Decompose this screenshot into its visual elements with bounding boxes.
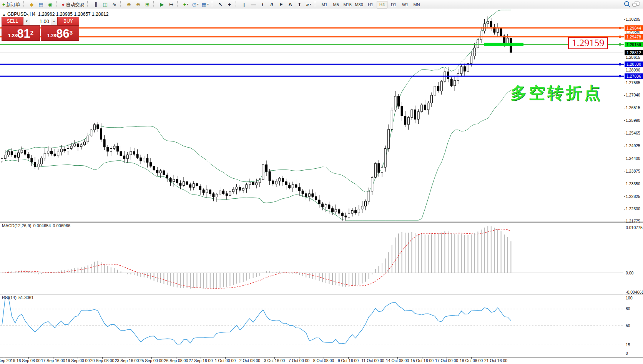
turning-point-annotation[interactable]: 多空转折点 [510, 82, 603, 104]
rsi-axis-tick: 50 [626, 323, 630, 328]
time-tick-mark [102, 357, 103, 359]
macd-axis-tick: 0.00 [626, 271, 633, 275]
bull-candles [1, 22, 509, 217]
line-anchor [619, 36, 621, 38]
thick-trend-segment [484, 43, 523, 46]
price-axis-tick: 1.23350 [626, 181, 640, 186]
price-axis-badge: 1.29844 [625, 25, 643, 31]
time-tick-mark [176, 357, 176, 359]
time-tick-mark [348, 357, 349, 359]
price-axis-tick: 1.26515 [626, 105, 640, 110]
time-tick-mark [447, 357, 447, 359]
time-axis-label: 17 Oct 00:00 [435, 358, 458, 363]
time-axis-label: 3 Oct 16:00 [264, 358, 285, 363]
tick-mark [624, 133, 625, 133]
price-axis-tick: 1.27565 [626, 80, 640, 85]
price-axis-tick: 1.28090 [626, 68, 640, 72]
price-axis-badge: 1.29478 [625, 34, 643, 40]
buy-price-big: 86 [56, 27, 69, 40]
buy-button[interactable]: BUY [57, 17, 79, 25]
mt4-window: +新订单◆▤◉●自动交易∥◫∿⊕⊖⊞▶↦+▾◷▾▦▾↖+|—///FAT»▾ M… [0, 0, 643, 364]
tick-mark [624, 58, 625, 58]
macd-axis-tick: -0.004668 [626, 290, 643, 294]
tick-mark [624, 196, 625, 197]
macd-panel-separator[interactable] [0, 221, 643, 223]
price-axis-tick: 1.28615 [626, 55, 640, 60]
price-axis-tick: 1.24925 [626, 143, 640, 148]
price-axis-tick: 1.22825 [626, 194, 640, 199]
time-axis-label: 9 Oct 16:00 [338, 358, 359, 363]
sell-price-small: 1.28 [8, 33, 17, 38]
sell-price-box[interactable]: 1.28812 [2, 25, 40, 41]
time-axis-label: 2 Oct 08:00 [239, 358, 260, 363]
macd-histogram [2, 226, 511, 289]
bear-candles [11, 22, 512, 217]
time-tick-mark [28, 357, 29, 359]
tick-mark [624, 19, 625, 20]
tick-mark [624, 70, 625, 70]
price-axis-tick: 1.24400 [626, 156, 640, 161]
price-axis-tick: 1.23875 [626, 169, 640, 173]
buy-price-small: 1.28 [47, 33, 56, 38]
time-tick-mark [201, 357, 201, 359]
time-axis-label: 1 Oct 00:00 [215, 358, 236, 363]
time-tick-mark [324, 357, 324, 359]
time-tick-mark [127, 357, 127, 359]
collapse-icon[interactable]: ▲ [2, 13, 6, 17]
line-anchor [619, 63, 621, 65]
one-click-trading-panel: SELL ▼ ▲ BUY 1.28812 1.28863 [2, 17, 79, 41]
volume-increase-button[interactable]: ▲ [51, 17, 57, 25]
time-axis-label: 13 Sep 2019 [0, 358, 15, 363]
volume-input[interactable] [30, 17, 51, 25]
line-anchor [619, 75, 621, 77]
tick-mark [624, 95, 625, 96]
time-axis-label: 8 Oct 08:00 [313, 358, 334, 363]
time-axis-label: 17 Sep 16:00 [41, 358, 65, 363]
sell-button[interactable]: SELL [2, 17, 23, 25]
time-axis-label: 25 Sep 00:00 [140, 358, 163, 363]
time-tick-mark [250, 357, 250, 359]
rsi-axis-tick: 100 [626, 296, 633, 300]
macd-axis-tick: 0.010775 [626, 225, 643, 230]
time-axis-label: 16 Sep 08:00 [17, 358, 40, 363]
price-tag-label[interactable]: 1.29159 [568, 37, 608, 49]
ohlc-values: 1.28962 1.28985 1.28657 1.28812 [38, 12, 109, 17]
rsi-axis-tick: 0 [626, 351, 628, 356]
line-anchor [619, 43, 621, 46]
price-axis-tick: 1.25465 [626, 131, 640, 135]
price-axis-tick: 1.27040 [626, 93, 640, 97]
volume-decrease-button[interactable]: ▼ [23, 17, 30, 25]
sell-price-big: 81 [17, 27, 30, 40]
tick-mark [624, 209, 625, 209]
tick-mark [624, 159, 625, 159]
time-tick-mark [78, 357, 78, 359]
time-tick-mark [373, 357, 373, 359]
buy-price-box[interactable]: 1.28863 [41, 25, 79, 41]
time-tick-mark [471, 357, 472, 359]
time-axis-label: 23 Sep 16:00 [115, 358, 139, 363]
time-axis-line [0, 357, 643, 357]
tick-mark [624, 32, 625, 32]
price-axis-badge: 1.28330 [625, 61, 643, 67]
symbol-label: GBPUSD-,H4 [7, 12, 35, 17]
chart-canvas[interactable] [0, 0, 643, 364]
sell-price-sup: 2 [30, 29, 33, 36]
rsi-axis-tick: 15 [626, 342, 630, 347]
candle-wicks [2, 17, 511, 221]
price-axis-tick: 1.30205 [626, 17, 640, 22]
time-axis-label: 11 Oct 00:00 [361, 358, 384, 363]
rsi-line [2, 298, 511, 344]
chart-header: ▲GBPUSD-,H4 1.28962 1.28985 1.28657 1.28… [2, 12, 108, 17]
tick-mark [624, 146, 625, 146]
time-tick-mark [274, 357, 275, 359]
time-tick-mark [4, 357, 4, 359]
rsi-panel-separator[interactable] [0, 293, 643, 294]
volume-spinner: ▼ ▲ [23, 17, 57, 25]
rsi-label: RSI(14)51.3061 [2, 295, 36, 300]
time-tick-mark [422, 357, 422, 359]
time-tick-mark [397, 357, 398, 359]
tick-mark [624, 83, 625, 83]
time-axis-label: 27 Sep 16:00 [189, 358, 213, 363]
tick-mark [624, 171, 625, 171]
price-axis-badge: 1.27836 [625, 73, 643, 79]
